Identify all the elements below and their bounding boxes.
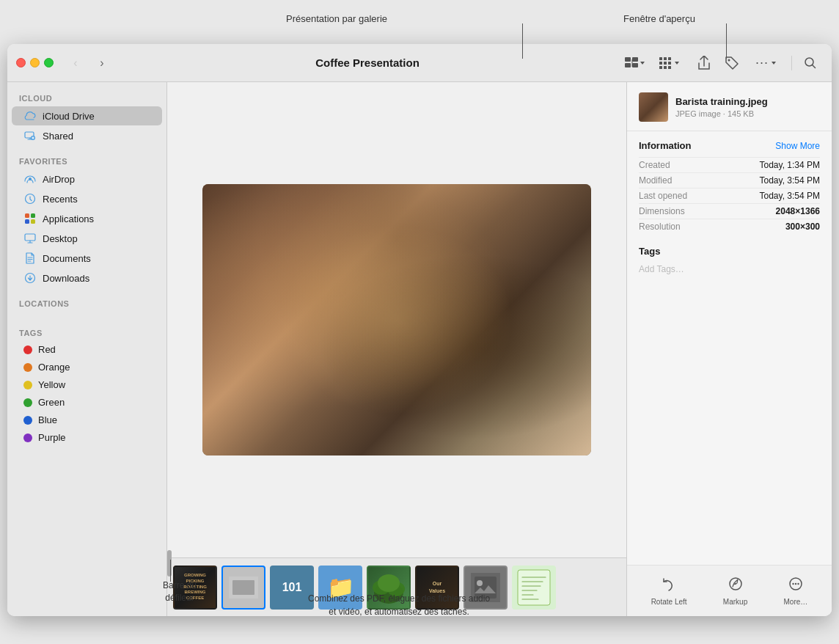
svg-rect-18 (25, 213, 29, 218)
more-options-button[interactable]: ··· (747, 52, 785, 74)
sidebar-item-tag-red[interactable]: Red (12, 341, 162, 358)
finder-window: ‹ › Coffee Presentation (7, 44, 832, 616)
sidebar-item-tag-purple[interactable]: Purple (12, 429, 162, 446)
applications-icon (23, 212, 37, 225)
markup-icon (728, 576, 744, 596)
preview-filename: Barista training.jpeg (675, 96, 820, 109)
show-more-link[interactable]: Show More (775, 141, 820, 151)
share-button[interactable] (692, 52, 717, 74)
sidebar: iCloud iCloud Drive (7, 82, 167, 616)
back-button[interactable]: ‹ (65, 53, 86, 73)
svg-point-39 (797, 583, 799, 585)
sidebar-item-desktop[interactable]: Desktop (12, 229, 162, 248)
downloads-icon (23, 271, 37, 285)
orange-tag-dot (23, 363, 32, 372)
search-button[interactable] (798, 52, 823, 74)
thumbnail-7[interactable] (464, 566, 508, 610)
desktop-icon (23, 232, 37, 245)
thumb-3-content: 101 (271, 567, 312, 608)
recents-label: Recents (43, 194, 78, 205)
thumbnail-1[interactable]: GROWINGPICKINGROASTINGBREWINGCOFFEE (173, 566, 217, 610)
thumbnail-5[interactable] (367, 566, 411, 610)
red-tag-label: Red (38, 344, 56, 355)
thumb-5-content (368, 567, 409, 608)
preview-body: Information Show More Created Today, 1:3… (627, 131, 832, 565)
svg-rect-22 (25, 234, 35, 241)
thumb-2-content (223, 567, 264, 608)
preview-footer: Rotate Left Markup (627, 565, 832, 616)
markup-label: Markup (723, 598, 747, 606)
svg-point-32 (477, 580, 483, 586)
thumb-7-content (465, 567, 506, 608)
orange-tag-label: Orange (38, 362, 70, 373)
toolbar-divider (791, 56, 792, 70)
thumbnail-6[interactable]: OurValues (415, 566, 459, 610)
more-actions-label: More… (784, 598, 808, 606)
more-actions-button[interactable]: More… (778, 573, 814, 609)
window-title: Coffee Presentation (118, 56, 617, 69)
thumbnail-8[interactable] (512, 566, 556, 610)
sidebar-item-recents[interactable]: Recents (12, 189, 162, 208)
thumb-8-content (513, 567, 554, 608)
sidebar-item-documents[interactable]: Documents (12, 249, 162, 268)
gallery-area[interactable] (167, 82, 626, 557)
gallery-annotation-label: Présentation par galerie (286, 13, 387, 24)
add-tags-field[interactable]: Add Tags… (639, 261, 820, 277)
svg-rect-8 (664, 62, 667, 65)
svg-rect-6 (668, 57, 671, 60)
favorites-section-label: Favorites (7, 151, 166, 169)
rotate-left-button[interactable]: Rotate Left (645, 573, 693, 609)
resolution-value: 300×300 (785, 222, 820, 232)
view-mode-button[interactable] (623, 52, 648, 74)
fullscreen-button[interactable] (44, 58, 54, 67)
info-row-created: Created Today, 1:34 PM (639, 157, 820, 172)
icloud-drive-icon (23, 109, 37, 122)
more-actions-icon (788, 576, 804, 596)
sidebar-item-tag-yellow[interactable]: Yellow (12, 376, 162, 393)
sidebar-item-shared[interactable]: Shared (12, 126, 162, 145)
svg-rect-10 (659, 66, 662, 69)
thumbnail-3[interactable]: 101 (270, 566, 314, 610)
arrange-button[interactable] (651, 52, 689, 74)
main-view: GROWINGPICKINGROASTINGBREWINGCOFFEE 101 … (167, 82, 626, 616)
svg-rect-20 (25, 219, 29, 224)
sidebar-item-tag-green[interactable]: Green (12, 394, 162, 411)
purple-tag-label: Purple (38, 432, 66, 443)
sidebar-item-tag-orange[interactable]: Orange (12, 359, 162, 376)
svg-rect-31 (475, 577, 497, 599)
minimize-button[interactable] (30, 58, 40, 67)
thumbnail-2[interactable] (221, 566, 265, 610)
svg-point-37 (792, 583, 794, 585)
modified-label: Modified (639, 175, 672, 186)
sidebar-item-downloads[interactable]: Downloads (12, 268, 162, 288)
thumb-1-content: GROWINGPICKINGROASTINGBREWINGCOFFEE (175, 567, 216, 608)
svg-point-38 (795, 583, 796, 585)
info-row-modified: Modified Today, 3:54 PM (639, 172, 820, 188)
forward-button[interactable]: › (92, 53, 112, 73)
icloud-drive-label: iCloud Drive (43, 111, 95, 122)
tag-button[interactable] (719, 52, 744, 74)
icloud-section-label: iCloud (7, 88, 166, 106)
thumbnail-strip[interactable]: GROWINGPICKINGROASTINGBREWINGCOFFEE 101 … (167, 557, 626, 616)
applications-label: Applications (43, 213, 94, 224)
scrollbar-thumb[interactable] (167, 550, 172, 577)
tags-section: Tags Add Tags… (639, 246, 820, 277)
sidebar-item-tag-blue[interactable]: Blue (12, 411, 162, 428)
info-section-header: Information Show More (639, 140, 820, 151)
markup-button[interactable]: Markup (717, 573, 753, 609)
svg-rect-25 (232, 580, 254, 595)
downloads-label: Downloads (43, 273, 89, 284)
thumbnail-4[interactable]: 📁 (318, 566, 362, 610)
rotate-left-icon (661, 576, 677, 596)
thumb-4-content: 📁 (320, 567, 361, 608)
close-button[interactable] (16, 58, 26, 67)
documents-label: Documents (43, 253, 91, 264)
svg-point-13 (728, 59, 730, 61)
sidebar-item-airdrop[interactable]: AirDrop (12, 169, 162, 189)
preview-panel: Barista training.jpeg JPEG image · 145 K… (626, 82, 832, 616)
sidebar-item-icloud-drive[interactable]: iCloud Drive (12, 106, 162, 125)
rotate-left-label: Rotate Left (651, 598, 687, 606)
locations-section-label: Locations (7, 293, 166, 311)
svg-point-29 (378, 574, 400, 592)
sidebar-item-applications[interactable]: Applications (12, 209, 162, 228)
